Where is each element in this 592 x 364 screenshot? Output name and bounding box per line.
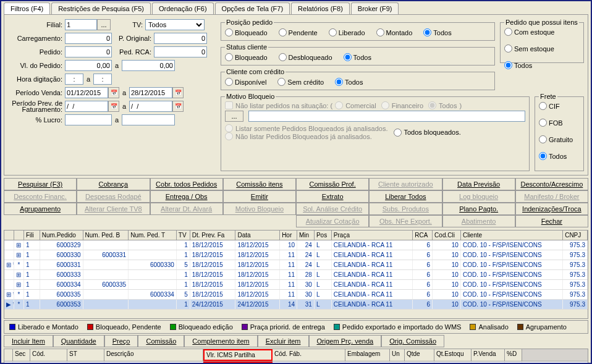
expand-icon[interactable]: ⊞	[14, 250, 24, 260]
column-header[interactable]: Num.Pedido	[40, 231, 83, 240]
pedpossui-option[interactable]: Com estoque	[504, 28, 580, 36]
items-grid[interactable]: SecCód.STDescriçãoVlr. ICMS PartilhaCód.…	[4, 349, 588, 364]
column-header[interactable]	[4, 349, 13, 361]
tv-select[interactable]: Todos	[145, 19, 205, 30]
periodo-to-input[interactable]	[129, 87, 172, 98]
vlpedido-to-input[interactable]	[122, 60, 175, 71]
action-button[interactable]: Emitir	[223, 190, 296, 203]
pedido-input[interactable]	[65, 46, 112, 57]
column-header[interactable]	[14, 231, 24, 240]
todos-bloqueados-radio[interactable]	[394, 129, 402, 137]
item-button[interactable]: Complemento item	[184, 335, 257, 347]
column-header[interactable]: TV	[177, 231, 190, 240]
column-header[interactable]	[4, 231, 14, 240]
credito-option[interactable]: Disponível	[225, 78, 266, 86]
table-row[interactable]: ⊞ **160003356000334518/12/201518/12/2015…	[4, 290, 588, 300]
column-header[interactable]: ST	[67, 349, 104, 361]
table-row[interactable]: ⊞ **160003316000330518/12/201518/12/2015…	[4, 260, 588, 270]
action-button[interactable]: Cobrança	[77, 178, 150, 190]
motivo-input[interactable]	[248, 111, 525, 122]
carregamento-input[interactable]	[65, 33, 112, 44]
column-header[interactable]: Data	[235, 231, 280, 240]
table-row[interactable]: ⊞160003306000331118/12/201518/12/2015112…	[4, 250, 588, 260]
calendar-icon[interactable]: 📅	[108, 101, 119, 112]
filial-input[interactable]	[65, 19, 97, 30]
action-button[interactable]: Liberar Todos	[369, 190, 442, 203]
column-header[interactable]: Cód.	[30, 349, 67, 361]
prevfat-from-input[interactable]	[65, 101, 108, 112]
item-button[interactable]: Origem Prç. venda	[309, 335, 382, 347]
vlpedido-from-input[interactable]	[65, 60, 112, 71]
column-header[interactable]: Num. Ped. T	[129, 231, 177, 240]
posicao-option[interactable]: Pendente	[279, 28, 318, 36]
pedpossui-option[interactable]: Todos	[504, 61, 580, 69]
column-header[interactable]: Descrição	[104, 349, 203, 361]
posicao-option[interactable]: Todos	[423, 28, 451, 36]
action-button[interactable]: Plano Pagto.	[442, 203, 515, 215]
pedpossui-option[interactable]: Sem estoque	[504, 44, 580, 53]
column-header[interactable]: RCA	[413, 231, 433, 240]
frete-option[interactable]: Gratuito	[539, 135, 580, 143]
expand-icon[interactable]: *	[14, 260, 24, 269]
lucro-to-input[interactable]	[122, 114, 175, 125]
tab-relatorios[interactable]: Relatórios (F8)	[291, 2, 350, 14]
item-button[interactable]: Orig. Comissão	[381, 335, 444, 347]
frete-option[interactable]: FOB	[539, 119, 580, 127]
table-row[interactable]: ⊞16000333118/12/201518/12/20151128LCEILA…	[4, 270, 588, 280]
calendar-icon[interactable]: 📅	[108, 87, 119, 98]
status-option[interactable]: Desbloqueado	[279, 53, 332, 61]
item-button[interactable]: Quantidade	[53, 335, 104, 347]
action-button[interactable]: Entrega / Obs	[150, 190, 223, 203]
action-button[interactable]: Cobr. todos Pedidos	[150, 178, 223, 190]
tab-broker[interactable]: Broker (F9)	[351, 2, 399, 14]
item-button[interactable]: Incluir Item	[4, 335, 53, 347]
column-header[interactable]: CNPJ	[563, 231, 588, 240]
action-button[interactable]: Comissão Prof.	[296, 178, 369, 190]
action-button[interactable]: Fechar	[515, 215, 588, 227]
column-header[interactable]: Pos	[315, 231, 332, 240]
column-header[interactable]: Embalagem	[345, 349, 390, 361]
lucro-from-input[interactable]	[65, 114, 112, 125]
table-row[interactable]: ⊞160003346000335118/12/201518/12/2015113…	[4, 280, 588, 290]
pedrca-input[interactable]	[154, 46, 207, 57]
expand-icon[interactable]: ⊞	[14, 280, 24, 289]
column-header[interactable]: Dt. Prev. Fa	[190, 231, 236, 240]
action-button[interactable]: Agrupamento	[4, 203, 77, 215]
tab-opcoes[interactable]: Opções de Tela (F7)	[215, 2, 290, 14]
hora-to-input[interactable]	[93, 74, 112, 85]
frete-option[interactable]: CIF	[539, 102, 580, 110]
column-header[interactable]: Praça	[332, 231, 413, 240]
posicao-option[interactable]: Montado	[376, 28, 413, 36]
posicao-option[interactable]: Bloqueado	[225, 28, 268, 36]
filial-lookup-button[interactable]: ...	[97, 19, 111, 30]
calendar-icon[interactable]: 📅	[172, 87, 184, 98]
status-option[interactable]: Bloqueado	[225, 53, 268, 61]
motivo-lookup-button[interactable]: ...	[225, 111, 243, 122]
item-button[interactable]: Excluir item	[258, 335, 309, 347]
tab-ordenacao[interactable]: Ordenação (F6)	[152, 2, 214, 14]
expand-icon[interactable]: ⊞	[14, 240, 24, 250]
expand-icon[interactable]: ⊞	[14, 270, 24, 279]
action-button[interactable]: Pesquisar (F3)	[4, 178, 77, 190]
column-header[interactable]: Num. Ped. B	[83, 231, 129, 240]
expand-icon[interactable]: *	[14, 290, 24, 299]
tab-filtros[interactable]: Filtros (F4)	[4, 2, 50, 14]
column-header[interactable]: Cliente	[461, 231, 563, 240]
action-button[interactable]: Extrato	[296, 190, 369, 203]
credito-option[interactable]: Todos	[335, 78, 363, 86]
calendar-icon[interactable]: 📅	[172, 101, 184, 112]
column-header[interactable]: Cod.Cli	[433, 231, 461, 240]
action-button[interactable]: Data Previsão	[442, 178, 515, 190]
table-row[interactable]: ⊞16000329118/12/201518/12/20151024LCEILA…	[4, 240, 588, 250]
status-option[interactable]: Todos	[344, 53, 371, 61]
hora-from-input[interactable]	[65, 74, 83, 85]
column-header[interactable]: Cód. Fáb.	[273, 349, 345, 361]
column-header[interactable]: Qtde	[405, 349, 434, 361]
column-header[interactable]: %D	[505, 349, 522, 361]
item-button[interactable]: Comissão	[138, 335, 184, 347]
column-header[interactable]: Hor	[280, 231, 297, 240]
frete-option[interactable]: Todos	[539, 152, 580, 160]
action-button[interactable]: Comissão itens	[223, 178, 296, 190]
poriginal-input[interactable]	[154, 33, 207, 44]
tab-restricoes[interactable]: Restrições de Pesquisa (F5)	[51, 2, 151, 14]
